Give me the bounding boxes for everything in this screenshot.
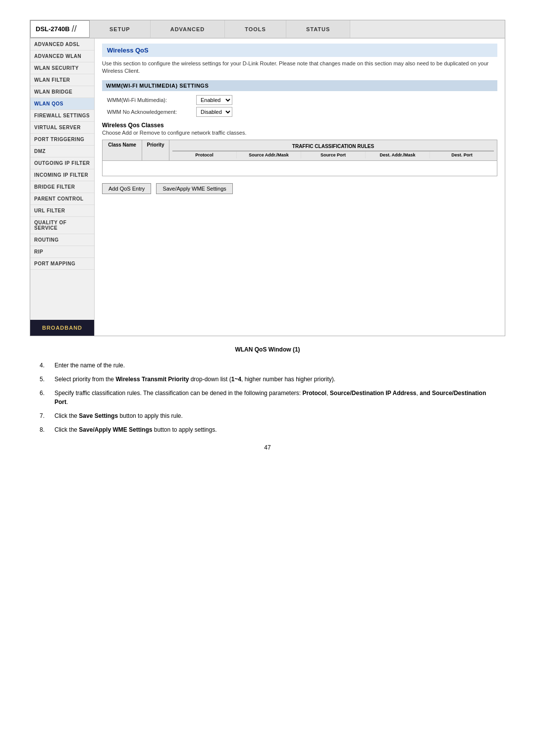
main-layout: Advanced ADSL Advanced WLAN WLAN Securit… (30, 39, 505, 336)
instruction-item-8: 8. Click the Save/Apply WME Settings but… (40, 425, 495, 434)
sidebar-item-dmz[interactable]: DMZ (30, 146, 94, 157)
qos-table: Class Name Priority TRAFFIC CLASSIFICATI… (102, 140, 497, 176)
instruction-item-4: 4. Enter the name of the rule. (40, 361, 495, 370)
qos-classes-desc: Choose Add or Remove to configure networ… (102, 130, 497, 136)
sidebar-footer: Broadband (30, 320, 94, 336)
instruction-num-8: 8. (40, 425, 54, 434)
sidebar-item-url-filter[interactable]: URL Filter (30, 205, 94, 217)
traffic-sub-dest-port: Dest. Port (430, 151, 494, 158)
instruction-text-7: Click the Save Settings button to apply … (54, 411, 495, 420)
sidebar-item-outgoing-ip-filter[interactable]: Outgoing IP Filter (30, 157, 94, 169)
col-class-name-header: Class Name (103, 140, 142, 160)
brand-slash: // (72, 24, 77, 34)
sidebar-item-wlan-filter[interactable]: WLAN Filter (30, 74, 94, 86)
page-number: 47 (40, 444, 495, 451)
top-nav: DSL-2740B // Setup Advanced Tools Status (30, 20, 505, 39)
caption: WLAN QoS Window (1) (40, 346, 495, 353)
instruction-num-5: 5. (40, 375, 54, 384)
content-area: Wireless QoS Use this section to configu… (95, 39, 505, 336)
sidebar-item-advanced-adsl[interactable]: Advanced ADSL (30, 39, 94, 50)
wmm-multimedia-label: WMM(Wi-Fi Multimedia): (107, 97, 196, 103)
tab-advanced[interactable]: Advanced (151, 20, 225, 38)
table-body (103, 161, 497, 176)
table-header: Class Name Priority TRAFFIC CLASSIFICATI… (103, 140, 497, 161)
traffic-sub-protocol: Protocol (172, 151, 237, 158)
instruction-num-7: 7. (40, 411, 54, 420)
instruction-item-7: 7. Click the Save Settings button to app… (40, 411, 495, 420)
instruction-num-4: 4. (40, 361, 54, 370)
router-frame: DSL-2740B // Setup Advanced Tools Status… (30, 20, 505, 336)
sidebar-items: Advanced ADSL Advanced WLAN WLAN Securit… (30, 39, 94, 320)
wmm-section-header: WMM(Wi-Fi Multimedia) Settings (102, 80, 497, 91)
instruction-text-6: Specify traffic classification rules. Th… (54, 389, 495, 406)
instruction-text-4: Enter the name of the rule. (54, 361, 495, 370)
tab-status[interactable]: Status (286, 20, 350, 38)
instruction-item-6: 6. Specify traffic classification rules.… (40, 389, 495, 406)
sidebar-item-firewall-settings[interactable]: Firewall Settings (30, 110, 94, 122)
qos-classes-title: Wireless Qos Classes (102, 122, 497, 129)
tab-tools[interactable]: Tools (225, 20, 286, 38)
traffic-subheader-row: Protocol Source Addr./Mask Source Port D… (172, 151, 494, 158)
page-description: Use this section to configure the wirele… (102, 60, 497, 75)
sidebar-item-port-triggering[interactable]: Port Triggering (30, 134, 94, 146)
page-title: Wireless QoS (102, 44, 497, 57)
wmm-ack-select[interactable]: Enabled Disabled (196, 107, 232, 117)
sidebar-item-virtual-server[interactable]: Virtual Server (30, 122, 94, 134)
wmm-ack-label: WMM No Acknowledgement: (107, 109, 196, 115)
brand-name: DSL-2740B (36, 25, 70, 33)
sidebar-item-wlan-qos[interactable]: WLAN QoS (30, 98, 94, 110)
sidebar-item-wlan-security[interactable]: WLAN Security (30, 62, 94, 74)
traffic-sub-src-addr: Source Addr./Mask (237, 151, 301, 158)
sidebar-item-advanced-wlan[interactable]: Advanced WLAN (30, 50, 94, 62)
instruction-list: 4. Enter the name of the rule. 5. Select… (40, 361, 495, 434)
sidebar-item-incoming-ip-filter[interactable]: Incoming IP Filter (30, 169, 94, 181)
instruction-item-5: 5. Select priority from the Wireless Tra… (40, 375, 495, 384)
traffic-rules-title: TRAFFIC CLASSIFICATION RULES (172, 142, 494, 151)
wmm-multimedia-select[interactable]: Enabled Disabled (196, 95, 232, 105)
sidebar-item-rip[interactable]: RIP (30, 246, 94, 258)
col-traffic-rules-header: TRAFFIC CLASSIFICATION RULES Protocol So… (169, 140, 497, 160)
add-qos-entry-button[interactable]: Add QoS Entry (102, 183, 151, 194)
brand-area: DSL-2740B // (30, 20, 90, 38)
tab-setup[interactable]: Setup (90, 20, 151, 38)
instruction-text-5: Select priority from the Wireless Transm… (54, 375, 495, 384)
sidebar-item-port-mapping[interactable]: Port Mapping (30, 258, 94, 270)
traffic-sub-src-port: Source Port (301, 151, 366, 158)
left-panel: Advanced ADSL Advanced WLAN WLAN Securit… (30, 39, 95, 336)
sidebar-item-quality-of-service[interactable]: Quality of Service (30, 217, 94, 234)
wmm-multimedia-row: WMM(Wi-Fi Multimedia): Enabled Disabled (102, 95, 497, 105)
nav-tabs: Setup Advanced Tools Status (90, 20, 505, 38)
sidebar-item-wlan-bridge[interactable]: WLAN Bridge (30, 86, 94, 98)
instruction-num-6: 6. (40, 389, 54, 398)
wmm-ack-row: WMM No Acknowledgement: Enabled Disabled (102, 107, 497, 117)
col-priority-header: Priority (142, 140, 169, 160)
buttons-row: Add QoS Entry Save/Apply WME Settings (102, 180, 497, 197)
instruction-text-8: Click the Save/Apply WME Settings button… (54, 425, 495, 434)
sidebar-item-bridge-filter[interactable]: Bridge Filter (30, 181, 94, 193)
sidebar-item-routing[interactable]: Routing (30, 234, 94, 246)
below-frame: WLAN QoS Window (1) 4. Enter the name of… (30, 346, 505, 451)
sidebar-item-parent-control[interactable]: Parent Control (30, 193, 94, 205)
save-apply-wme-button[interactable]: Save/Apply WME Settings (156, 183, 232, 194)
traffic-sub-dest-addr: Dest. Addr./Mask (366, 151, 430, 158)
